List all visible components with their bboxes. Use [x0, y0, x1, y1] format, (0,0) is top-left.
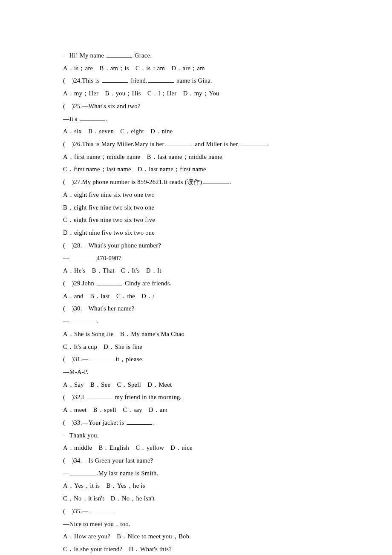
q34-options-ab: A．Yes，it is B．Yes，he is [63, 480, 341, 492]
text: — [63, 255, 69, 262]
q27-a: A．eight five nine six two one two [63, 189, 341, 201]
text: ( )26.This is Mary Miller.Mary is her [63, 141, 166, 147]
text: name is Gina. [175, 77, 212, 84]
text: —It's [63, 115, 79, 122]
text: ( )35.— [63, 508, 88, 515]
text: ( )31.— [63, 356, 88, 362]
text: —Hi! My name [63, 52, 106, 59]
blank[interactable] [87, 393, 112, 400]
text: my friend in the morning. [113, 394, 182, 400]
text: friend. [129, 77, 147, 84]
text: ( )29.John [63, 280, 96, 287]
blank[interactable] [127, 418, 152, 425]
q28-options: A．He's B．That C．It's D．It [63, 265, 341, 277]
q25-reply: —It's . [63, 113, 341, 126]
q28-reply: —470-0987. [63, 252, 341, 265]
text: — [63, 470, 69, 477]
q31: ( )31.—it，please. [63, 353, 341, 366]
q32: ( )32.I my friend in the morning. [63, 391, 341, 404]
q35-options-ab: A．How are you? B．Nice to meet you，Bob. [63, 530, 341, 543]
text: and Miller is her [193, 141, 239, 147]
text: it，please. [115, 356, 144, 362]
q23-line2: —Hi! My name Grace. [63, 49, 341, 62]
blank[interactable] [203, 178, 229, 184]
q34-options-cd: C．No，it isn't D．No，he isn't [63, 492, 341, 505]
blank[interactable] [89, 355, 115, 362]
blank[interactable] [107, 51, 132, 58]
q35-reply: —Nice to meet you，too. [63, 518, 341, 531]
text: . [267, 141, 269, 147]
q29-options: A．and B．last C．the D．/ [63, 290, 341, 303]
blank[interactable] [70, 253, 96, 260]
text: . [153, 419, 155, 426]
q30-options-ab: A．She is Song Jie B．My name's Ma Chao [63, 328, 341, 341]
q26-options-ab: A．first name；middle name B．last name；mid… [63, 151, 341, 164]
q27-d: D．eight nine five two six two one [63, 227, 341, 239]
q34: ( )34.—Is Green your last name? [63, 454, 341, 467]
q27-b: B．eight five nine two six two one [63, 201, 341, 214]
q31-options: A．Say B．See C．Spell D．Meet [63, 379, 341, 391]
q28: ( )28.—What's your phone number? [63, 239, 341, 252]
q35-options-cd: C．Is she your friend? D．What's this? [63, 543, 341, 555]
q33: ( )33.—Your jacket is . [63, 417, 341, 429]
q33-reply: —Thank you. [63, 429, 341, 442]
blank[interactable] [97, 279, 122, 285]
q25-options: A．six B．seven C．eight D．nine [63, 125, 341, 138]
blank[interactable] [89, 506, 115, 513]
blank[interactable] [70, 317, 96, 324]
text: ( )24.This is [63, 77, 101, 84]
blank[interactable] [241, 140, 266, 147]
text: . [106, 115, 108, 122]
text: .My last name is Smith. [97, 470, 159, 477]
blank[interactable] [102, 76, 128, 83]
q27-c: C．eight five nine two six two five [63, 214, 341, 227]
text: . [97, 318, 98, 325]
q31-reply: —M-A-P. [63, 366, 341, 379]
q30-options-cd: C．It's a cup D．She is fine [63, 341, 341, 354]
q24-options: A．my；Her B．you；His C．I；Her D．my；You [63, 87, 341, 100]
q30-reply: —. [63, 315, 341, 328]
q26: ( )26.This is Mary Miller.Mary is her an… [63, 138, 341, 151]
text: ( )32.I [63, 394, 86, 400]
q29: ( )29.John Cindy are friends. [63, 277, 341, 290]
q33-options: A．middle B．English C．yellow D．nice [63, 442, 341, 454]
q25: ( )25.—What's six and two? [63, 100, 341, 113]
text: Cindy are friends. [123, 280, 172, 287]
blank[interactable] [80, 114, 105, 121]
q23-options: A．is；are B．am；is C．is；am D．are；am [63, 62, 341, 75]
blank[interactable] [70, 469, 96, 475]
q35: ( )35.— [63, 505, 341, 518]
q30: ( )30.—What's her name? [63, 302, 341, 315]
text: ( )33.—Your jacket is [63, 419, 126, 426]
q32-options: A．meet B．spell C．say D．am [63, 404, 341, 417]
text: 470-0987. [97, 255, 123, 262]
text: ( )27.My phone number is 859-2621.It rea… [63, 178, 202, 185]
blank[interactable] [148, 76, 174, 83]
blank[interactable] [167, 140, 192, 147]
text: — [63, 318, 69, 325]
q24: ( )24.This is friend. name is Gina. [63, 75, 341, 87]
q26-options-cd: C．first name；last name D．last name；first… [63, 163, 341, 176]
text: . [230, 178, 231, 185]
text: Grace. [133, 52, 152, 59]
q27: ( )27.My phone number is 859-2621.It rea… [63, 176, 341, 189]
q34-reply: —.My last name is Smith. [63, 467, 341, 480]
